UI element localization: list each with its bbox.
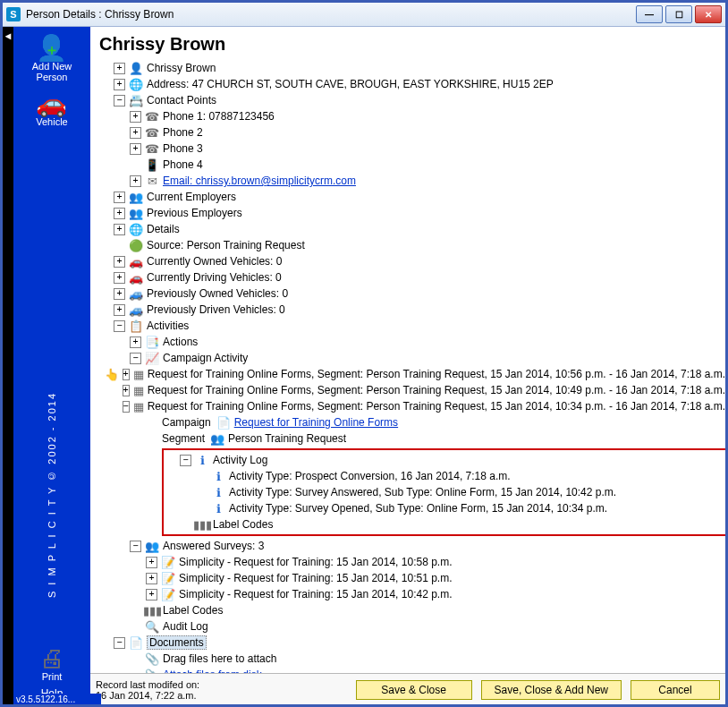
grid-icon: ▦ <box>133 399 144 413</box>
print-button[interactable]: 🖨 Print <box>39 646 64 682</box>
cancel-button[interactable]: Cancel <box>631 680 720 700</box>
expand-toggle[interactable]: + <box>114 224 125 235</box>
expand-toggle[interactable]: + <box>114 192 125 203</box>
tree-item-phone4[interactable]: Phone 4 <box>163 158 203 171</box>
expand-toggle[interactable]: + <box>123 385 130 396</box>
tree-item-contacts[interactable]: Contact Points <box>147 94 216 106</box>
expand-toggle[interactable]: + <box>146 573 157 584</box>
segment-value[interactable]: Person Training Request <box>228 432 346 445</box>
pointer-icon: 👆 <box>105 367 119 381</box>
expand-toggle[interactable]: − <box>114 95 125 106</box>
tree-item-s2[interactable]: Simplicity - Request for Training: 15 Ja… <box>179 572 453 584</box>
campaign-label: Campaign <box>162 416 211 429</box>
tree-item-log1[interactable]: Activity Type: Prospect Conversion, 16 J… <box>229 470 511 482</box>
highlighted-activity-log: −ℹActivity Log ℹActivity Type: Prospect … <box>162 448 725 536</box>
save-close-button[interactable]: Save & Close <box>356 680 472 700</box>
vehicle-button[interactable]: 🚗 Vehicle <box>36 91 67 127</box>
expand-toggle[interactable]: − <box>123 401 130 413</box>
info-icon: ℹ <box>211 485 225 499</box>
tree-item-name[interactable]: Chrissy Brown <box>147 62 216 74</box>
expand-toggle[interactable]: + <box>130 111 141 123</box>
details-tree[interactable]: +👤Chrissy Brown +🌐Address: 47 CHURCH ST,… <box>90 60 725 673</box>
car-icon: 🚗 <box>129 254 143 268</box>
last-modified: Record last modifed on: 16 Jan 2014, 7:2… <box>96 679 199 701</box>
document-icon: 📄 <box>129 635 143 650</box>
tree-item-details[interactable]: Details <box>147 223 180 235</box>
expand-toggle[interactable]: + <box>114 272 125 284</box>
tree-item-req2[interactable]: Request for Training Online Forms, Segme… <box>148 384 725 396</box>
collapse-sidebar-button[interactable]: ◄ <box>3 27 13 705</box>
tree-item-s3[interactable]: Simplicity - Request for Training: 15 Ja… <box>179 588 453 601</box>
tree-item-actions[interactable]: Actions <box>163 336 198 348</box>
grid-icon: ▦ <box>133 383 144 397</box>
expand-toggle[interactable]: + <box>130 336 141 348</box>
tree-item-email-link[interactable]: Email: chrissy.brown@simplicitycrm.com <box>163 175 356 187</box>
modified-value: 16 Jan 2014, 7:22 a.m. <box>96 690 199 701</box>
tree-item-pdv[interactable]: Previously Driven Vehicles: 0 <box>147 303 285 316</box>
tree-item-documents[interactable]: Documents <box>147 635 207 650</box>
tree-item-req3[interactable]: Request for Training Online Forms, Segme… <box>148 400 725 413</box>
tree-item-pov[interactable]: Previously Owned Vehicles: 0 <box>147 287 288 300</box>
tree-item-log3[interactable]: Activity Type: Survey Opened, Sub Type: … <box>229 502 607 515</box>
globe-icon: 🌐 <box>129 222 143 236</box>
tree-item-req1[interactable]: Request for Training Online Forms, Segme… <box>148 368 725 380</box>
plus-icon: ＋ <box>45 41 59 60</box>
campaign-icon: 📄 <box>216 415 231 430</box>
phone-icon: 📱 <box>145 158 159 172</box>
expand-toggle[interactable]: + <box>130 127 141 139</box>
tree-item-address[interactable]: Address: 47 CHURCH ST, SOUTH CAVE, BROUG… <box>147 78 554 90</box>
search-icon: 🔍 <box>145 619 159 634</box>
tree-item-s1[interactable]: Simplicity - Request for Training: 15 Ja… <box>179 556 453 568</box>
car-icon: 🚙 <box>129 302 143 317</box>
info-icon: ℹ <box>211 501 225 515</box>
chart-icon: 📈 <box>145 351 159 365</box>
expand-toggle[interactable]: + <box>114 63 125 74</box>
page-title: Chrissy Brown <box>99 34 725 55</box>
tree-item-source[interactable]: Source: Person Training Request <box>147 239 305 251</box>
tree-item-phone3[interactable]: Phone 3 <box>163 142 203 155</box>
expand-toggle[interactable]: + <box>130 175 141 187</box>
expand-toggle[interactable]: + <box>114 256 125 268</box>
tree-item-curr-emp[interactable]: Current Employers <box>147 191 236 203</box>
expand-toggle[interactable]: − <box>114 637 125 649</box>
print-label: Print <box>39 671 64 682</box>
expand-toggle[interactable]: + <box>114 208 125 219</box>
campaign-link[interactable]: Request for Training Online Forms <box>234 416 398 429</box>
expand-toggle[interactable]: + <box>146 557 157 568</box>
add-new-person-button[interactable]: 👤 ＋ Add New Person <box>32 36 72 82</box>
tree-item-activities[interactable]: Activities <box>147 319 189 332</box>
expand-toggle[interactable]: − <box>130 353 141 364</box>
activities-icon: 📋 <box>129 319 143 333</box>
expand-toggle[interactable]: + <box>130 143 141 155</box>
tree-item-drag-files[interactable]: Drag files here to attach <box>163 652 276 665</box>
copyright-text: S I M P L I C I T Y © 2002 - 2014 <box>47 392 57 598</box>
tree-item-answered-surveys[interactable]: Answered Surveys: 3 <box>163 540 264 552</box>
tree-item-audit-log[interactable]: Audit Log <box>163 620 208 633</box>
phone-icon: ☎ <box>145 141 159 156</box>
expand-toggle[interactable]: − <box>130 541 141 552</box>
tree-item-cdv[interactable]: Currently Driving Vehicles: 0 <box>147 271 282 284</box>
expand-toggle[interactable]: + <box>114 304 125 316</box>
tree-item-prev-emp[interactable]: Previous Employers <box>147 207 242 219</box>
tree-item-label-codes2[interactable]: Label Codes <box>163 604 223 617</box>
expand-toggle[interactable]: − <box>114 320 125 332</box>
expand-toggle[interactable]: + <box>114 79 125 90</box>
tree-item-phone1[interactable]: Phone 1: 07887123456 <box>163 110 275 123</box>
save-close-add-new-button[interactable]: Save, Close & Add New <box>481 680 622 700</box>
tree-item-label-codes[interactable]: Label Codes <box>213 518 273 531</box>
tree-item-log2[interactable]: Activity Type: Survey Answered, Sub Type… <box>229 486 616 498</box>
tree-item-campaign-activity[interactable]: Campaign Activity <box>163 352 248 364</box>
expand-toggle[interactable]: + <box>123 369 130 380</box>
expand-toggle[interactable]: + <box>146 589 157 601</box>
close-button[interactable]: ✕ <box>695 5 722 23</box>
segment-icon: 👥 <box>210 431 224 446</box>
tree-item-phone2[interactable]: Phone 2 <box>163 126 203 139</box>
expand-toggle[interactable]: − <box>180 455 191 466</box>
car-icon: 🚙 <box>129 286 143 301</box>
tree-item-activity-log[interactable]: Activity Log <box>213 454 267 466</box>
tree-item-cov[interactable]: Currently Owned Vehicles: 0 <box>147 255 282 268</box>
people-icon: 👥 <box>129 206 143 220</box>
expand-toggle[interactable]: + <box>114 288 125 300</box>
maximize-button[interactable]: ☐ <box>665 5 692 23</box>
minimize-button[interactable]: — <box>636 5 663 23</box>
